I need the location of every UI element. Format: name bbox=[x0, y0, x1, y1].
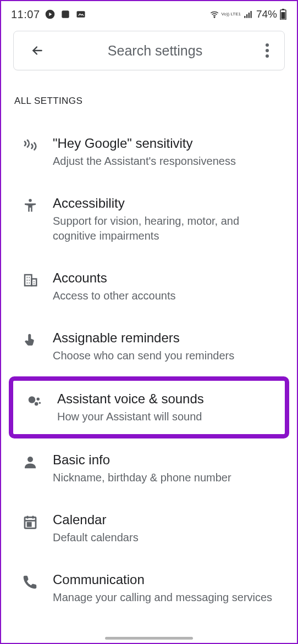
item-title: Communication bbox=[53, 571, 284, 588]
signal-icon bbox=[243, 9, 253, 19]
item-title: Assignable reminders bbox=[53, 330, 284, 346]
status-left: 11:07 bbox=[11, 8, 86, 21]
item-title: Assistant voice & sounds bbox=[57, 391, 272, 407]
building-icon bbox=[22, 270, 53, 288]
network-label: Vo)) LTE1 bbox=[222, 12, 241, 16]
item-title: Accounts bbox=[53, 270, 284, 286]
battery-icon bbox=[279, 9, 287, 20]
item-accounts[interactable]: Accounts Access to other accounts bbox=[1, 257, 297, 317]
svg-rect-7 bbox=[250, 11, 251, 18]
home-indicator[interactable] bbox=[105, 637, 193, 640]
item-subtitle: How your Assistant will sound bbox=[57, 409, 272, 424]
sound-wave-icon bbox=[22, 135, 53, 154]
svg-rect-20 bbox=[27, 523, 31, 526]
svg-point-18 bbox=[27, 457, 33, 462]
svg-rect-10 bbox=[282, 12, 285, 19]
status-bar: 11:07 Vo)) LTE1 74% bbox=[1, 1, 297, 25]
touch-icon bbox=[22, 330, 53, 348]
item-hey-google-sensitivity[interactable]: "Hey Google" sensitivity Adjust the Assi… bbox=[1, 122, 297, 182]
item-accessibility[interactable]: Accessibility Support for vision, hearin… bbox=[1, 182, 297, 257]
item-calendar[interactable]: Calendar Default calendars bbox=[1, 498, 297, 558]
assistant-icon bbox=[26, 391, 57, 409]
section-header: ALL SETTINGS bbox=[14, 96, 284, 107]
highlight-annotation: Assistant voice & sounds How your Assist… bbox=[9, 376, 289, 438]
svg-point-15 bbox=[37, 398, 40, 401]
svg-point-16 bbox=[35, 402, 38, 406]
accessibility-icon bbox=[22, 195, 53, 214]
item-subtitle: Choose who can send you reminders bbox=[53, 348, 284, 363]
more-icon[interactable] bbox=[266, 43, 269, 58]
person-icon bbox=[22, 452, 53, 470]
item-title: Basic info bbox=[53, 452, 284, 468]
settings-list: "Hey Google" sensitivity Adjust the Assi… bbox=[1, 122, 297, 618]
item-subtitle: Support for vision, hearing, motor, and … bbox=[53, 214, 284, 243]
back-arrow-icon[interactable] bbox=[30, 43, 45, 58]
svg-rect-5 bbox=[246, 14, 247, 18]
item-title: Accessibility bbox=[53, 195, 284, 212]
svg-point-3 bbox=[214, 17, 215, 18]
svg-point-11 bbox=[29, 199, 32, 202]
item-assistant-voice-sounds[interactable]: Assistant voice & sounds How your Assist… bbox=[13, 381, 285, 434]
status-time: 11:07 bbox=[11, 8, 40, 21]
wifi-icon bbox=[209, 9, 219, 19]
svg-point-17 bbox=[39, 402, 41, 404]
svg-rect-6 bbox=[249, 13, 250, 18]
calendar-icon bbox=[22, 512, 53, 530]
search-input[interactable]: Search settings bbox=[45, 43, 266, 59]
item-subtitle: Manage your calling and messaging servic… bbox=[53, 590, 284, 605]
item-basic-info[interactable]: Basic info Nickname, birthday & phone nu… bbox=[1, 438, 297, 498]
item-assignable-reminders[interactable]: Assignable reminders Choose who can send… bbox=[1, 317, 297, 376]
item-communication[interactable]: Communication Manage your calling and me… bbox=[1, 558, 297, 618]
app-icon bbox=[60, 9, 71, 20]
item-subtitle: Adjust the Assistant's responsiveness bbox=[53, 154, 284, 169]
search-bar[interactable]: Search settings bbox=[13, 31, 285, 70]
svg-rect-12 bbox=[25, 275, 32, 286]
battery-percent: 74% bbox=[256, 8, 277, 20]
svg-rect-4 bbox=[244, 16, 245, 18]
svg-rect-1 bbox=[62, 10, 69, 18]
item-title: "Hey Google" sensitivity bbox=[53, 135, 284, 152]
item-title: Calendar bbox=[53, 512, 284, 528]
status-right: Vo)) LTE1 74% bbox=[209, 8, 287, 20]
item-subtitle: Default calendars bbox=[53, 530, 284, 545]
phone-icon bbox=[22, 571, 53, 590]
item-subtitle: Access to other accounts bbox=[53, 288, 284, 303]
play-icon bbox=[45, 9, 56, 20]
svg-point-14 bbox=[29, 396, 36, 403]
image-icon bbox=[75, 9, 86, 20]
item-subtitle: Nickname, birthday & phone number bbox=[53, 470, 284, 485]
